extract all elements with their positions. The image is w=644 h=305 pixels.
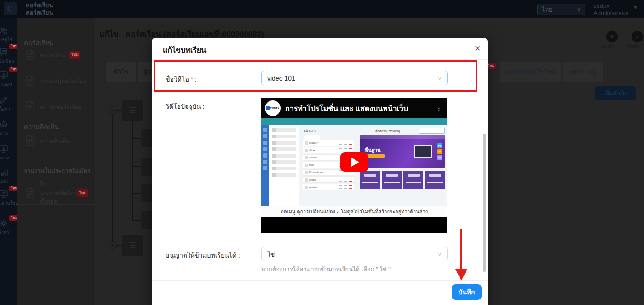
video-titlebar: CODEX การทำโปรโมชั่น และ แสดงบนหน้าเว็บ …: [261, 98, 447, 118]
check-circle-icon: ✓: [632, 31, 643, 42]
tree-connector: [132, 138, 141, 139]
skip-lesson-hint: หากต้องการให้สามารถข้ามบทเรียนได้ เลือก …: [261, 264, 391, 274]
sidebar-item-courses[interactable]: คอร์สเรียน ใหม่: [24, 49, 80, 61]
tree-root-node-2[interactable]: ☰: [122, 235, 143, 256]
sidebar-item-course-status[interactable]: สถานะคอร์สเรียน: [24, 100, 82, 112]
app-logo-icon: C: [4, 2, 17, 15]
skip-lesson-select[interactable]: ใช่ ∨: [261, 247, 448, 261]
language-select[interactable]: ไทย ∨: [537, 4, 585, 15]
rail-item-label: ตลาด: [0, 155, 9, 160]
new-badge: ใหม่: [77, 189, 88, 197]
mini-thumbnail: [425, 171, 445, 189]
rail-item-website[interactable]: ใหม่ ตกแต่งเว็บไซต์: [0, 189, 17, 205]
new-badge: ใหม่: [9, 44, 17, 49]
tree-child-node[interactable]: [141, 129, 153, 147]
mini-row: header: [303, 140, 354, 146]
gear-icon: [0, 218, 9, 229]
tree-connector: [132, 220, 141, 221]
sidebar-item-course-categories[interactable]: หมวดหมู่คอร์สเรียน: [24, 75, 86, 87]
mini-sidebar: [269, 125, 299, 206]
rail-item-users[interactable]: บัญชีผู้ใช้: [0, 26, 17, 42]
brush-screen-icon: [0, 189, 9, 199]
tree-collapse-icon[interactable]: −: [109, 106, 117, 115]
tab-general[interactable]: ทั่วไป: [106, 62, 136, 82]
video-player[interactable]: CODEX การทำโปรโมชั่น และ แสดงบนหน้าเว็บ …: [261, 98, 447, 233]
mini-row: article: [303, 176, 354, 183]
pencil-icon: [0, 95, 9, 105]
add-topic-button[interactable]: เพิ่มหัวข้อ: [595, 86, 636, 100]
mini-thumbnail: [382, 171, 402, 189]
tab-publish[interactable]: เผยแพร่บนเว็บไซต์: [500, 62, 561, 82]
save-button[interactable]: บันทึก: [452, 284, 482, 300]
mini-monitor-graphic: [414, 145, 432, 158]
play-triangle-icon: [351, 158, 359, 167]
app-title-line2: คอร์สเรียน: [26, 9, 53, 17]
dollar-screen-icon: [0, 144, 9, 154]
rail-item-label: ตกแต่งเว็บไซต์: [0, 200, 17, 205]
user-menu-caret-icon[interactable]: ▾: [634, 4, 637, 11]
divider: [17, 116, 95, 116]
save-action[interactable]: ✓ บันทึก: [627, 31, 644, 51]
sidebar-item-comments[interactable]: ความคิดเห็น: [24, 135, 70, 147]
cancel-action[interactable]: ✕ ยกเลิก: [602, 31, 622, 51]
chevron-down-icon: ∨: [577, 6, 581, 12]
video-letterbox: [261, 217, 447, 233]
tree-child-node[interactable]: [141, 158, 153, 176]
rail-item-label: สถิติ: [0, 179, 8, 184]
sidebar-item-certificates[interactable]: ใบประกาศนียบัตรทั้งหมด ใหม่: [24, 180, 93, 206]
sidebar-item-label: สถานะคอร์สเรียน: [40, 102, 82, 111]
tree-connector: [112, 115, 113, 241]
skip-lesson-value: ใช่: [267, 249, 275, 259]
modal-scrollbar-thumb[interactable]: [483, 134, 486, 272]
tree-expand-icon[interactable]: +: [109, 241, 117, 250]
new-badge: ใหม่: [9, 67, 17, 72]
rail-item-label: เนื้อหา: [0, 106, 10, 111]
annotation-arrow-head: [455, 269, 467, 281]
rail-item-courses[interactable]: ใหม่ คอร์สเรียน: [0, 47, 17, 64]
tree-root-node[interactable]: ☰: [122, 100, 143, 121]
tree-connector: [132, 121, 133, 220]
cancel-label: ยกเลิก: [594, 42, 622, 51]
mini-button: [419, 128, 445, 134]
board-icon: [0, 47, 9, 57]
sidebar-item-label: คอร์สเรียน: [40, 51, 65, 59]
tree-connector: [132, 193, 141, 194]
tree-child-node[interactable]: [141, 184, 153, 202]
sidebar-item-label: หมวดหมู่คอร์สเรียน: [40, 76, 86, 85]
rail-item-sales[interactable]: ขาย: [0, 119, 17, 135]
close-icon[interactable]: ✕: [472, 44, 483, 54]
app-title-line1: คอร์สเรียน: [26, 2, 53, 9]
rail-item-teaching[interactable]: ใหม่ การสอน: [0, 70, 17, 87]
sidebar-section-title: รายงานใบประกาศนียบัตร: [24, 166, 91, 176]
tab-meta-tag[interactable]: Meta Tag: [563, 62, 603, 82]
rail-item-stats[interactable]: สถิติ: [0, 168, 17, 184]
divider: [17, 204, 95, 205]
youtube-play-button[interactable]: [340, 152, 368, 172]
tree-child-node[interactable]: [141, 211, 153, 229]
document-icon: [24, 100, 36, 112]
divider: [152, 280, 488, 281]
document-icon: [24, 75, 36, 87]
more-options-icon[interactable]: ⋮: [436, 104, 443, 112]
new-badge: ใหม่: [9, 215, 17, 221]
document-icon: [24, 187, 36, 199]
rail-item-label: บัญชีผู้ใช้: [0, 37, 13, 42]
rail-item-marketing[interactable]: ตลาด: [0, 144, 17, 160]
basket-icon: [0, 119, 9, 129]
rail-item-settings[interactable]: ใหม่ ตั้งค่า: [0, 218, 17, 235]
mini-preview-label: ตัวอย่าง(Preview): [375, 129, 400, 134]
save-label: บันทึก: [620, 42, 644, 51]
language-value: ไทย: [542, 5, 552, 14]
ae-icon: Ae: [437, 155, 442, 160]
users-icon: [0, 26, 9, 36]
mini-banner-text: พื้นฐาน: [365, 146, 381, 154]
tree-connector: [117, 245, 122, 246]
channel-logo[interactable]: CODEX: [265, 100, 281, 116]
annotation-arrow: [460, 229, 462, 270]
new-badge: ใหม่: [69, 51, 80, 59]
rail-item-content[interactable]: เนื้อหา: [0, 95, 17, 111]
ps-icon: Ps: [437, 143, 442, 148]
new-badge: ใหม่: [9, 186, 17, 191]
annotation-highlight-rectangle: [154, 60, 477, 92]
video-frame: หน้าแรก header slide course text Promoti…: [261, 118, 447, 206]
